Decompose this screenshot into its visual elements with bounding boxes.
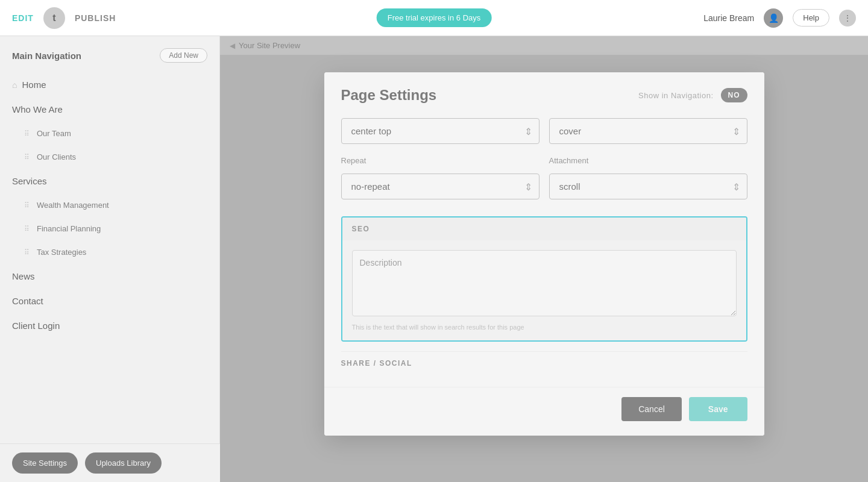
position-select-wrapper: center top center center center bottom l… (341, 118, 539, 144)
drag-handle-icon: ⠿ (24, 153, 30, 161)
sidebar-item-wealth-management[interactable]: ⠿ Wealth Management (0, 193, 219, 217)
sidebar-item-label: Financial Planning (37, 224, 101, 233)
help-button[interactable]: Help (793, 9, 829, 27)
seo-section-header: SEO (342, 218, 746, 240)
repeat-attachment-row: no-repeat repeat repeat-x repeat-y ⇕ scr… (324, 169, 764, 211)
sidebar-item-label: Our Clients (37, 152, 76, 161)
sidebar-item-label: Client Login (12, 321, 60, 331)
seo-description-textarea[interactable] (352, 250, 737, 316)
content-area: ◀ Your Site Preview Page Settings Show i… (220, 36, 868, 482)
drag-handle-icon: ⠿ (24, 225, 30, 233)
position-size-row: center top center center center bottom l… (324, 113, 764, 156)
modal-header: Page Settings Show in Navigation: NO (324, 72, 764, 113)
nav-toggle-switch[interactable]: NO (721, 88, 747, 102)
seo-section-body: This is the text that will show in searc… (342, 240, 746, 340)
show-in-nav-label: Show in Navigation: (638, 91, 713, 100)
sidebar-item-financial-planning[interactable]: ⠿ Financial Planning (0, 217, 219, 240)
logo-icon: t (43, 7, 65, 29)
sidebar-item-home[interactable]: ⌂ Home (0, 72, 219, 97)
seo-hint-text: This is the text that will show in searc… (352, 324, 737, 331)
share-social-section: SHARE / SOCIAL (324, 351, 764, 387)
edit-button[interactable]: EDIT (12, 13, 34, 23)
sidebar-footer: Site Settings Uploads Library (0, 443, 220, 482)
size-select[interactable]: cover contain auto (549, 118, 747, 144)
repeat-attachment-labels: Repeat Attachment (324, 156, 764, 169)
user-avatar: 👤 (764, 8, 783, 28)
cancel-button[interactable]: Cancel (621, 397, 682, 421)
attachment-select-wrapper: scroll fixed ⇕ (549, 174, 747, 199)
repeat-select-wrapper: no-repeat repeat repeat-x repeat-y ⇕ (341, 174, 539, 199)
publish-button[interactable]: PUBLISH (75, 13, 116, 23)
top-bar-left: EDIT t PUBLISH (12, 7, 116, 29)
sidebar-item-contact[interactable]: Contact (0, 289, 219, 313)
page-settings-modal: Page Settings Show in Navigation: NO cen… (324, 72, 764, 436)
drag-handle-icon: ⠿ (24, 130, 30, 138)
sidebar-item-who-we-are[interactable]: Who We Are (0, 97, 219, 122)
position-select[interactable]: center top center center center bottom l… (341, 118, 539, 144)
modal-overlay: Page Settings Show in Navigation: NO cen… (220, 36, 868, 482)
save-button[interactable]: Save (689, 397, 747, 421)
sidebar: Main Navigation Add New ⌂ Home Who We Ar… (0, 36, 220, 482)
sidebar-item-news[interactable]: News (0, 264, 219, 289)
more-options-icon[interactable]: ⋮ (839, 10, 856, 27)
sidebar-item-our-clients[interactable]: ⠿ Our Clients (0, 145, 219, 169)
sidebar-item-label: Our Team (37, 129, 71, 138)
attachment-label: Attachment (549, 156, 747, 165)
nav-toggle-row: Show in Navigation: NO (638, 88, 747, 102)
main-layout: Main Navigation Add New ⌂ Home Who We Ar… (0, 36, 868, 482)
sidebar-item-label: Wealth Management (37, 201, 109, 210)
uploads-library-button[interactable]: Uploads Library (85, 452, 162, 474)
sidebar-item-label: Tax Strategies (37, 248, 86, 257)
sidebar-header: Main Navigation Add New (0, 48, 219, 72)
modal-title: Page Settings (341, 87, 437, 104)
trial-badge: Free trial expires in 6 Days (377, 8, 492, 27)
seo-section: SEO This is the text that will show in s… (341, 216, 747, 342)
site-settings-button[interactable]: Site Settings (12, 452, 78, 474)
repeat-label: Repeat (341, 156, 539, 165)
sidebar-item-label: Contact (12, 296, 43, 306)
drag-handle-icon: ⠿ (24, 201, 30, 210)
sidebar-item-client-login[interactable]: Client Login (0, 313, 219, 338)
sidebar-item-label: Services (12, 176, 47, 186)
user-name: Laurie Bream (703, 13, 754, 23)
repeat-select[interactable]: no-repeat repeat repeat-x repeat-y (341, 174, 539, 199)
share-social-header: SHARE / SOCIAL (341, 351, 747, 375)
size-select-wrapper: cover contain auto ⇕ (549, 118, 747, 144)
top-bar-right: Laurie Bream 👤 Help ⋮ (703, 8, 856, 28)
home-icon: ⌂ (12, 80, 17, 90)
add-new-button[interactable]: Add New (160, 48, 207, 63)
modal-footer: Cancel Save (324, 387, 764, 436)
sidebar-item-tax-strategies[interactable]: ⠿ Tax Strategies (0, 240, 219, 264)
drag-handle-icon: ⠿ (24, 248, 30, 257)
sidebar-title: Main Navigation (12, 51, 81, 61)
top-bar: EDIT t PUBLISH Free trial expires in 6 D… (0, 0, 868, 36)
sidebar-item-label: Home (22, 80, 46, 90)
sidebar-item-label: Who We Are (12, 104, 63, 114)
sidebar-item-label: News (12, 271, 35, 281)
sidebar-item-services[interactable]: Services (0, 169, 219, 193)
sidebar-item-our-team[interactable]: ⠿ Our Team (0, 122, 219, 145)
attachment-select[interactable]: scroll fixed (549, 174, 747, 199)
